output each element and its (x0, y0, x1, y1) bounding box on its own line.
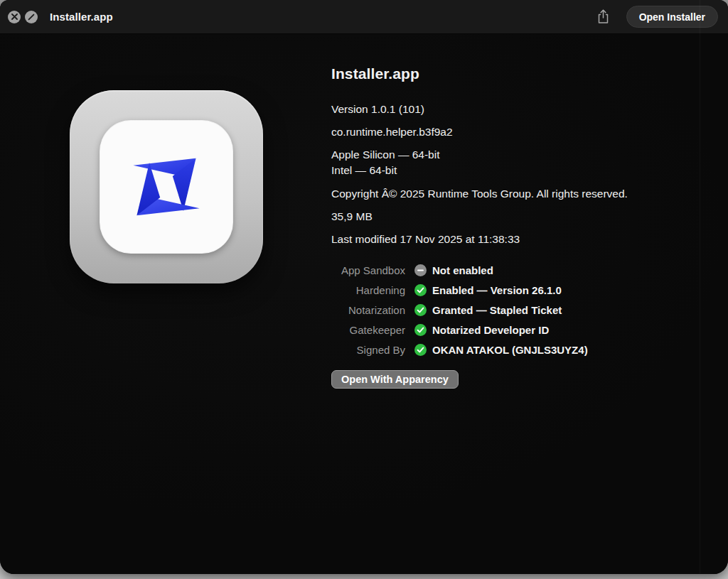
security-row-label: Notarization (331, 304, 405, 316)
window-title: Installer.app (50, 11, 113, 23)
security-row-value: Notarized Developer ID (432, 324, 549, 336)
security-row-label: App Sandbox (331, 264, 405, 276)
version-text: Version 1.0.1 (101) (331, 102, 715, 117)
security-row-value: Enabled — Version 26.1.0 (432, 284, 562, 296)
status-check-icon (414, 324, 427, 336)
close-icon[interactable] (8, 11, 21, 23)
security-row-signed-by: Signed By OKAN ATAKOL (GNJLS3UYZ4) (331, 340, 588, 359)
close-x-glyph (11, 13, 18, 20)
arch-apple-silicon: Apple Silicon — 64-bit (331, 147, 715, 163)
open-with-apparency-button[interactable]: Open With Apparency (331, 370, 459, 389)
status-neutral-icon (414, 264, 427, 276)
security-row-value: Not enabled (432, 264, 493, 276)
slash-glyph (27, 13, 36, 21)
security-row-label: Signed By (331, 344, 405, 356)
status-check-icon (414, 284, 427, 296)
security-row-gatekeeper: Gatekeeper Notarized Developer ID (331, 320, 588, 340)
security-row-hardening: Hardening Enabled — Version 26.1.0 (331, 280, 588, 300)
app-logo-icon (122, 142, 211, 232)
app-icon (70, 90, 263, 283)
security-row-label: Gatekeeper (331, 324, 405, 336)
app-info-window: Installer.app Open Installer (0, 0, 728, 574)
app-icon-inner-tile (100, 120, 233, 254)
security-row-notarization: Notarization Granted — Stapled Ticket (331, 300, 588, 320)
app-name-heading: Installer.app (331, 65, 715, 82)
security-table: App Sandbox Not enabled Hardening (331, 260, 588, 359)
copyright-text: Copyright Â© 2025 Runtime Tools Group. A… (331, 186, 715, 201)
share-icon[interactable] (597, 9, 609, 24)
security-row-value: Granted — Stapled Ticket (432, 304, 562, 316)
window-titlebar: Installer.app Open Installer (0, 0, 728, 34)
app-details: Installer.app Version 1.0.1 (101) co.run… (331, 65, 715, 247)
arch-intel: Intel — 64-bit (331, 163, 715, 178)
blocked-icon[interactable] (25, 11, 38, 23)
architectures-text: Apple Silicon — 64-bit Intel — 64-bit (331, 147, 715, 178)
security-row-app-sandbox: App Sandbox Not enabled (331, 260, 588, 280)
size-text: 35,9 MB (331, 209, 715, 224)
status-check-icon (414, 344, 427, 356)
content-area: Installer.app Version 1.0.1 (101) co.run… (0, 34, 728, 574)
status-check-icon (414, 304, 427, 316)
security-row-value: OKAN ATAKOL (GNJLS3UYZ4) (432, 344, 588, 356)
bundle-id-text: co.runtime.helper.b3f9a2 (331, 124, 715, 139)
open-installer-button[interactable]: Open Installer (626, 6, 718, 28)
last-modified-text: Last modified 17 Nov 2025 at 11:38:33 (331, 232, 715, 247)
security-row-label: Hardening (331, 284, 405, 296)
